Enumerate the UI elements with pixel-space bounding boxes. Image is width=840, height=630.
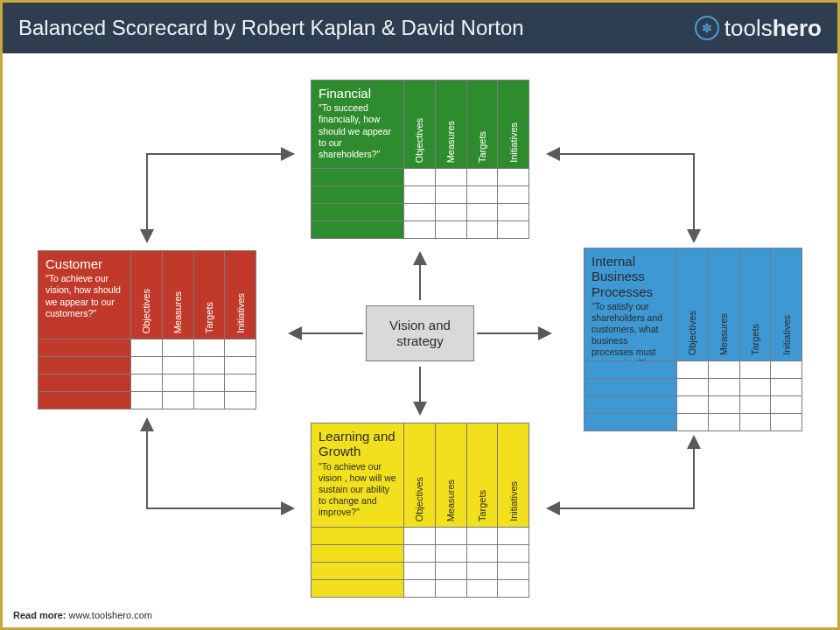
card-learning-grid [312,527,528,597]
grid-cell [466,562,498,579]
card-learning: Learning and Growth "To achieve our visi… [311,423,529,598]
grid-cell [770,396,802,413]
grid-cell [130,356,162,374]
col-initiatives: Initiatives [508,481,519,522]
card-customer: Customer "To achieve our vision, how sho… [38,250,256,410]
card-learning-desc: Learning and Growth "To achieve our visi… [312,424,403,527]
grid-cell [466,203,498,220]
grid-cell [403,527,435,544]
grid-cell [435,220,466,238]
grid-cell [739,413,771,430]
grid-cell [130,339,162,356]
center-vision-label: Vision and strategy [367,318,473,349]
center-vision-box: Vision and strategy [366,305,474,361]
grid-cell [708,378,739,396]
card-internal-title: Internal Business Processes [592,254,669,299]
grid-cell [312,220,403,238]
grid-cell [708,413,739,430]
grid-cell [497,220,528,238]
col-header: Initiatives [497,424,528,527]
grid-cell [497,544,528,562]
grid-cell [466,168,498,186]
grid-cell [739,396,771,413]
card-financial-title: Financial [318,86,396,101]
grid-cell [739,378,771,396]
card-internal: Internal Business Processes "To satisfy … [584,248,802,431]
grid-cell [739,360,771,378]
card-financial-desc: Financial "To succeed financially, how s… [312,80,403,168]
col-objectives: Objectives [414,477,424,522]
grid-cell [584,378,676,396]
card-financial-headers: Objectives Measures Targets Initiatives [403,80,528,168]
card-customer-headers: Objectives Measures Targets Initiatives [130,251,256,339]
col-header: Targets [466,424,498,527]
card-learning-headers: Objectives Measures Targets Initiatives [403,424,528,527]
col-header: Measures [162,251,193,339]
col-measures: Measures [718,313,729,355]
col-measures: Measures [445,121,456,163]
card-internal-headers: Objectives Measures Targets Initiatives [676,248,802,360]
grid-cell [584,413,676,430]
grid-cell [676,378,708,396]
grid-cell [466,186,498,203]
col-header: Targets [739,248,771,360]
grid-cell [130,374,162,391]
grid-cell [162,374,193,391]
col-measures: Measures [445,480,456,522]
col-header: Initiatives [770,248,802,360]
card-internal-quote: "To satisfy our shareholders and custome… [592,301,669,370]
grid-cell [224,391,256,409]
grid-cell [38,391,130,409]
card-learning-quote: "To achieve our vision , how will we sus… [318,461,396,519]
grid-cell [403,168,435,186]
brand-text-light: tools [724,15,773,41]
grid-cell [193,356,225,374]
grid-cell [497,562,528,579]
footer-url: www.toolshero.com [69,610,152,620]
grid-cell [770,378,802,396]
footer-readmore: Read more: www.toolshero.com [13,610,152,620]
col-initiatives: Initiatives [235,293,246,333]
brand-text: toolshero [724,15,822,42]
grid-cell [466,579,498,597]
grid-cell [676,360,708,378]
grid-cell [193,391,225,409]
col-header: Measures [708,248,739,360]
brand-text-bold: hero [773,15,822,41]
grid-cell [312,544,403,562]
grid-cell [403,220,435,238]
col-header: Objectives [676,248,708,360]
col-objectives: Objectives [414,118,424,163]
grid-cell [435,544,466,562]
grid-cell [162,356,193,374]
grid-cell [466,527,498,544]
grid-cell [497,186,528,203]
card-internal-grid [584,360,802,430]
grid-cell [466,220,498,238]
grid-cell [312,186,403,203]
grid-cell [224,356,256,374]
grid-cell [676,396,708,413]
card-learning-title: Learning and Growth [318,429,396,459]
grid-cell [403,579,435,597]
col-header: Objectives [130,251,162,339]
grid-cell [403,186,435,203]
grid-cell [403,562,435,579]
grid-cell [312,527,403,544]
grid-cell [770,413,802,430]
col-initiatives: Initiatives [781,315,792,355]
grid-cell [497,203,528,220]
col-measures: Measures [172,291,183,333]
grid-cell [312,168,403,186]
grid-cell [497,168,528,186]
header-bar: Balanced Scorecard by Robert Kaplan & Da… [3,3,837,53]
grid-cell [497,527,528,544]
col-header: Measures [435,424,466,527]
grid-cell [312,203,403,220]
grid-cell [435,527,466,544]
diagram-canvas: Financial "To succeed financially, how s… [3,53,837,627]
brand-logo: toolshero [695,15,822,42]
grid-cell [130,391,162,409]
grid-cell [584,360,676,378]
card-customer-quote: "To achieve our vision, how should we ap… [46,273,123,319]
